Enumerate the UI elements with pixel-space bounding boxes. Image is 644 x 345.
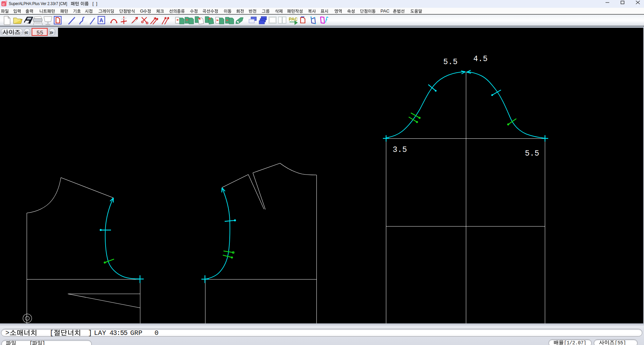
svg-text:PAC: PAC (381, 8, 390, 14)
svg-text:»: » (50, 28, 53, 36)
svg-text:5.5: 5.5 (443, 58, 458, 67)
svg-text:0: 0 (155, 329, 159, 337)
svg-text:A: A (100, 18, 104, 23)
svg-text:[ ]: [ ] (92, 1, 97, 6)
svg-text:G: G (140, 8, 144, 14)
svg-text:[1/2.07]: [1/2.07] (564, 340, 586, 345)
svg-text:43:55: 43:55 (110, 329, 128, 337)
svg-text:[: [ (50, 329, 54, 337)
svg-text:5.5: 5.5 (525, 149, 539, 158)
svg-text:[: [ (29, 341, 33, 345)
svg-text:]: ] (88, 329, 92, 337)
svg-text:α: α (2, 1, 5, 6)
svg-text:LAY: LAY (94, 329, 106, 337)
svg-text:]: ] (42, 341, 46, 345)
svg-text:«: « (25, 28, 28, 36)
svg-text:4.5: 4.5 (473, 55, 488, 63)
svg-text:SuperALPHA:Plus Ver 2.33r7 [CM: SuperALPHA:Plus Ver 2.33r7 [CM] (9, 1, 67, 6)
svg-text:GRP: GRP (130, 329, 142, 337)
svg-text:3.5: 3.5 (393, 145, 407, 154)
svg-text:55: 55 (36, 30, 43, 36)
svg-text:[55]: [55] (615, 340, 626, 345)
svg-text:>: > (5, 329, 9, 337)
svg-text:PAC: PAC (289, 17, 298, 22)
